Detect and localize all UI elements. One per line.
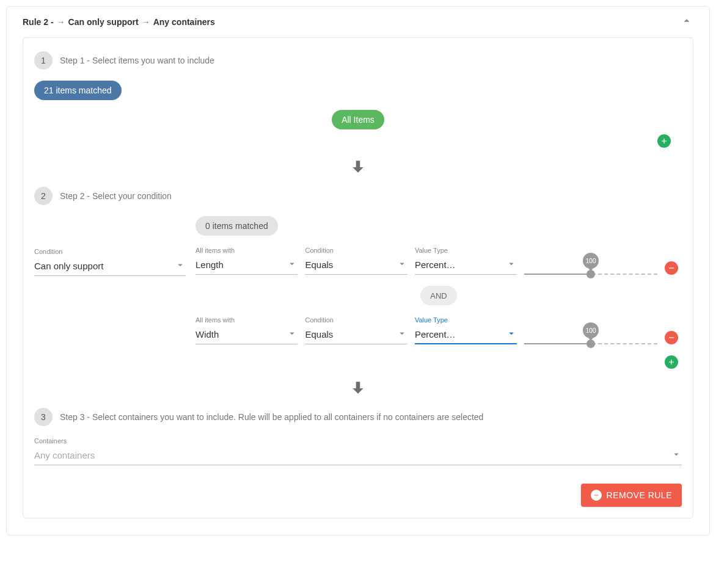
slider-value-bubble: 100 [583, 253, 599, 269]
chevron-down-icon [506, 328, 517, 341]
step3-header: 3 Step 3 - Select containers you want to… [34, 408, 682, 426]
value-type-value: Percent… [415, 329, 456, 339]
attribute-select[interactable]: Length [195, 255, 298, 275]
chevron-down-icon [396, 328, 407, 341]
value-type-select[interactable]: Percent… [415, 255, 517, 275]
value-slider[interactable]: 100 [524, 260, 657, 275]
step-divider-arrow [34, 380, 682, 396]
comparator-select[interactable]: Equals [305, 255, 407, 275]
rule-body: 1 Step 1 - Select items you want to incl… [23, 37, 693, 518]
attribute-value: Width [195, 329, 219, 339]
step1-text: Step 1 - Select items you want to includ… [60, 56, 214, 65]
condition-row: All items with Length Condition Equals [195, 247, 682, 275]
step2-header: 2 Step 2 - Select your condition [34, 187, 682, 205]
rule-panel: Rule 2 - → Can only support → Any contai… [6, 6, 710, 535]
remove-rule-label: REMOVE RULE [607, 490, 672, 500]
slider-thumb[interactable] [586, 270, 595, 278]
containers-label: Containers [34, 437, 682, 445]
add-condition-button[interactable] [665, 355, 678, 369]
comparator-select[interactable]: Equals [305, 325, 407, 344]
collapse-button[interactable] [680, 14, 693, 30]
rule-condition-select[interactable]: Can only support [34, 256, 186, 276]
all-items-with-label: All items with [195, 247, 298, 254]
chevron-down-icon [175, 260, 186, 272]
attribute-value: Length [195, 260, 224, 270]
comparator-value: Equals [305, 329, 333, 339]
remove-condition-button[interactable] [665, 331, 678, 344]
condition-row: All items with Width Condition Equals [195, 316, 682, 344]
minus-circle-icon [591, 490, 602, 501]
condition-label: Condition [305, 316, 407, 324]
step2-form: Condition Can only support 0 items match… [34, 216, 682, 369]
value-type-label: Value Type [415, 247, 517, 254]
rule-condition-field: Condition Can only support [34, 248, 186, 276]
logic-operator-chip[interactable]: AND [420, 286, 457, 305]
all-items-chip[interactable]: All Items [332, 110, 384, 129]
attribute-select[interactable]: Width [195, 325, 298, 344]
value-slider[interactable]: 100 [524, 330, 657, 344]
condition-matched-badge: 0 items matched [195, 216, 278, 236]
matched-count-badge: 21 items matched [34, 81, 122, 100]
slider-thumb[interactable] [586, 339, 595, 348]
step3-text: Step 3 - Select containers you want to i… [60, 412, 483, 422]
step3-number-badge: 3 [34, 408, 53, 426]
step2-number-badge: 2 [34, 187, 53, 205]
step-divider-arrow [34, 159, 682, 175]
chevron-down-icon [506, 258, 517, 271]
rule-title-condition: Can only support [68, 17, 139, 27]
condition-label: Condition [305, 247, 407, 254]
chevron-down-icon [396, 258, 407, 271]
step1-number-badge: 1 [34, 51, 53, 70]
containers-placeholder: Any containers [34, 450, 95, 460]
containers-field: Containers Any containers [34, 437, 682, 465]
arrow-right-icon: → [142, 17, 150, 27]
chevron-down-icon [287, 328, 298, 341]
step1-header: 1 Step 1 - Select items you want to incl… [34, 51, 682, 70]
all-items-with-label: All items with [195, 316, 298, 324]
arrow-right-icon: → [57, 17, 65, 27]
value-type-select[interactable]: Percent… [415, 325, 517, 344]
rule-title-prefix: Rule 2 - [23, 17, 54, 27]
rule-condition-value: Can only support [34, 261, 103, 271]
step2-text: Step 2 - Select your condition [60, 191, 172, 201]
value-type-label: Value Type [415, 316, 517, 324]
rule-title: Rule 2 - → Can only support → Any contai… [23, 17, 215, 27]
remove-condition-button[interactable] [665, 261, 678, 275]
add-item-filter-button[interactable] [657, 134, 671, 148]
slider-value-bubble: 100 [583, 322, 599, 338]
containers-select[interactable]: Any containers [34, 446, 682, 465]
rule-title-containers: Any containers [153, 17, 215, 27]
value-type-value: Percent… [415, 260, 456, 270]
chevron-down-icon [287, 258, 298, 271]
all-items-row: All Items [34, 110, 682, 129]
comparator-value: Equals [305, 260, 333, 270]
rule-header[interactable]: Rule 2 - → Can only support → Any contai… [7, 7, 709, 37]
remove-rule-button[interactable]: REMOVE RULE [581, 484, 682, 507]
rule-condition-label: Condition [34, 248, 186, 255]
chevron-down-icon [671, 449, 682, 462]
